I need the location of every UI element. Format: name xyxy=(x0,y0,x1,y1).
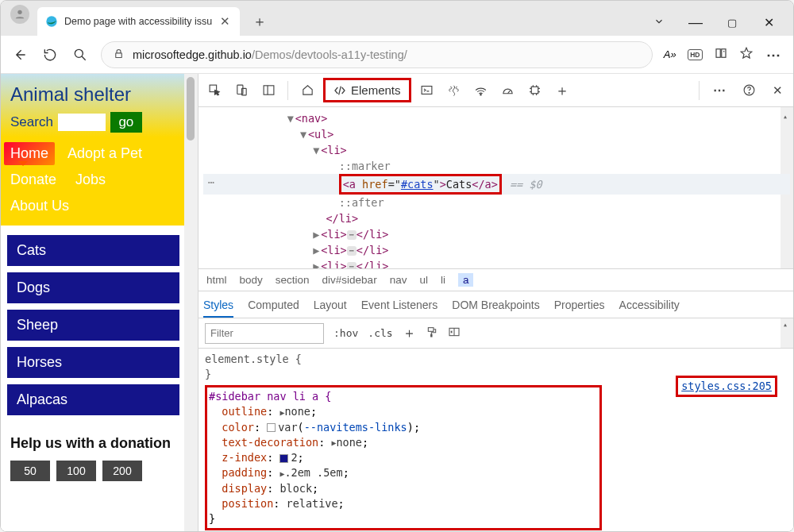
styles-filter-input[interactable] xyxy=(205,323,324,344)
crumb-item: ul xyxy=(419,274,428,286)
nav-adopt[interactable]: Adopt a Pet xyxy=(61,142,148,165)
list-item[interactable]: Cats xyxy=(7,235,179,266)
read-aloud-icon[interactable]: A» xyxy=(664,48,676,60)
tab-close-icon[interactable]: ✕ xyxy=(218,14,232,29)
svg-point-14 xyxy=(748,92,749,93)
chevron-down-icon[interactable] xyxy=(650,16,668,29)
donate-50-button[interactable]: 50 xyxy=(10,461,50,481)
memory-tab-icon[interactable] xyxy=(524,79,546,102)
svg-rect-4 xyxy=(716,49,720,58)
tab-layout[interactable]: Layout xyxy=(314,299,347,311)
url-text: microsoftedge.github.io/Demos/devtools-a… xyxy=(133,48,407,61)
nav-donate[interactable]: Donate xyxy=(4,168,63,191)
lock-icon xyxy=(113,48,125,62)
crumb-item: li xyxy=(441,274,445,286)
svg-rect-16 xyxy=(430,334,431,337)
page-title: Animal shelter xyxy=(10,83,176,106)
tab-accessibility[interactable]: Accessibility xyxy=(619,299,680,311)
svg-point-2 xyxy=(75,49,83,57)
devtools-toolbar: Elements ＋ ⋯ ✕ xyxy=(198,74,793,107)
performance-tab-icon[interactable] xyxy=(497,79,519,102)
nav-jobs[interactable]: Jobs xyxy=(69,168,112,191)
svg-point-0 xyxy=(17,10,21,14)
dom-breadcrumb[interactable]: html body section div#sidebar nav ul li … xyxy=(198,269,793,291)
tab-computed[interactable]: Computed xyxy=(248,299,299,311)
sources-tab-icon[interactable] xyxy=(443,79,465,102)
maximize-button[interactable]: ▢ xyxy=(723,17,741,29)
nav-about[interactable]: About Us xyxy=(4,195,75,218)
more-tabs-button[interactable]: ＋ xyxy=(551,79,573,102)
browser-tab[interactable]: Demo page with accessibility issu ✕ xyxy=(37,7,240,36)
hd-badge-icon[interactable]: HD xyxy=(688,49,703,60)
help-icon[interactable] xyxy=(738,79,760,102)
close-window-button[interactable]: ✕ xyxy=(760,15,777,30)
list-item[interactable]: Dogs xyxy=(7,272,179,303)
refresh-button[interactable] xyxy=(40,45,60,64)
devtools-close-icon[interactable]: ✕ xyxy=(766,79,788,102)
address-bar[interactable]: microsoftedge.github.io/Demos/devtools-a… xyxy=(101,41,653,68)
elements-tab[interactable]: Elements xyxy=(323,78,411,102)
list-item[interactable]: Alpacas xyxy=(7,384,179,415)
minimize-button[interactable]: ― xyxy=(687,14,704,31)
crumb-item: html xyxy=(206,274,227,286)
device-toggle-icon[interactable] xyxy=(230,79,252,102)
tab-dom-breakpoints[interactable]: DOM Breakpoints xyxy=(452,299,539,311)
source-link[interactable]: styles.css:205 xyxy=(676,376,777,397)
crumb-item-selected: a xyxy=(458,273,474,287)
profile-avatar[interactable] xyxy=(10,5,29,24)
crumb-item: body xyxy=(240,274,263,286)
styles-filter-row: :hov .cls ＋ ▴ xyxy=(198,318,793,349)
go-button[interactable]: go xyxy=(110,112,142,133)
window-controls: ― ▢ ✕ xyxy=(650,14,787,31)
console-tab-icon[interactable] xyxy=(416,79,438,102)
element-style-rule: element.style { xyxy=(205,352,787,367)
tab-title: Demo page with accessibility issu xyxy=(64,16,212,27)
sidebar-scrollbar[interactable] xyxy=(184,74,198,532)
inspect-element-icon[interactable] xyxy=(203,79,225,102)
svg-rect-15 xyxy=(428,328,434,332)
new-tab-button[interactable]: ＋ xyxy=(248,10,272,33)
paint-icon[interactable] xyxy=(426,326,438,341)
dom-tree[interactable]: ▴ ▼<nav> ▼<ul> ▼<li> ::marker ⋯ <a href=… xyxy=(198,107,793,269)
list-item[interactable]: Sheep xyxy=(7,310,179,341)
tab-properties[interactable]: Properties xyxy=(554,299,605,311)
main-nav: Home Adopt a Pet Donate Jobs About Us xyxy=(1,137,184,226)
svg-rect-9 xyxy=(264,86,274,94)
svg-rect-10 xyxy=(422,87,432,94)
more-menu-button[interactable]: ⋯ xyxy=(765,45,784,64)
animal-list: Cats Dogs Sheep Horses Alpacas xyxy=(1,226,184,423)
page-sidebar: Animal shelter Search go Home Adopt a Pe… xyxy=(1,74,184,532)
devtools-more-icon[interactable]: ⋯ xyxy=(709,79,731,102)
cls-toggle[interactable]: .cls xyxy=(368,327,392,339)
new-rule-button[interactable]: ＋ xyxy=(403,324,416,342)
reading-list-icon[interactable] xyxy=(714,46,728,63)
back-button[interactable] xyxy=(10,45,29,64)
search-label: Search xyxy=(10,114,53,130)
donate-100-button[interactable]: 100 xyxy=(56,461,96,481)
svg-rect-5 xyxy=(722,49,726,58)
edge-favicon-icon xyxy=(45,15,58,28)
styles-scrollbar[interactable]: ▴ xyxy=(781,318,793,348)
list-item[interactable]: Horses xyxy=(7,347,179,378)
toolbar: microsoftedge.github.io/Demos/devtools-a… xyxy=(1,36,793,74)
tab-event-listeners[interactable]: Event Listeners xyxy=(361,299,438,311)
nav-home[interactable]: Home xyxy=(4,142,55,165)
panel-layout-icon[interactable] xyxy=(257,79,279,102)
welcome-tab-icon[interactable] xyxy=(296,79,318,102)
svg-rect-12 xyxy=(531,87,538,94)
favorite-icon[interactable] xyxy=(739,46,754,63)
donation-heading: Help us with a donation xyxy=(10,434,184,453)
styles-pane[interactable]: element.style { } styles.css:205 #sideba… xyxy=(198,349,793,532)
svg-rect-3 xyxy=(116,52,122,57)
search-button[interactable] xyxy=(71,45,90,64)
donate-200-button[interactable]: 200 xyxy=(102,461,142,481)
network-tab-icon[interactable] xyxy=(470,79,492,102)
tab-styles[interactable]: Styles xyxy=(203,299,233,318)
styles-tabbar: Styles Computed Layout Event Listeners D… xyxy=(198,291,793,318)
toolbar-right-icons: A» HD xyxy=(664,46,754,63)
search-input[interactable] xyxy=(58,114,106,131)
svg-point-11 xyxy=(480,94,481,94)
devtools-panel: Elements ＋ ⋯ ✕ ▴ ▼<nav> ▼<ul> xyxy=(198,74,793,532)
hov-toggle[interactable]: :hov xyxy=(333,327,358,339)
computed-toggle-icon[interactable] xyxy=(448,326,461,341)
